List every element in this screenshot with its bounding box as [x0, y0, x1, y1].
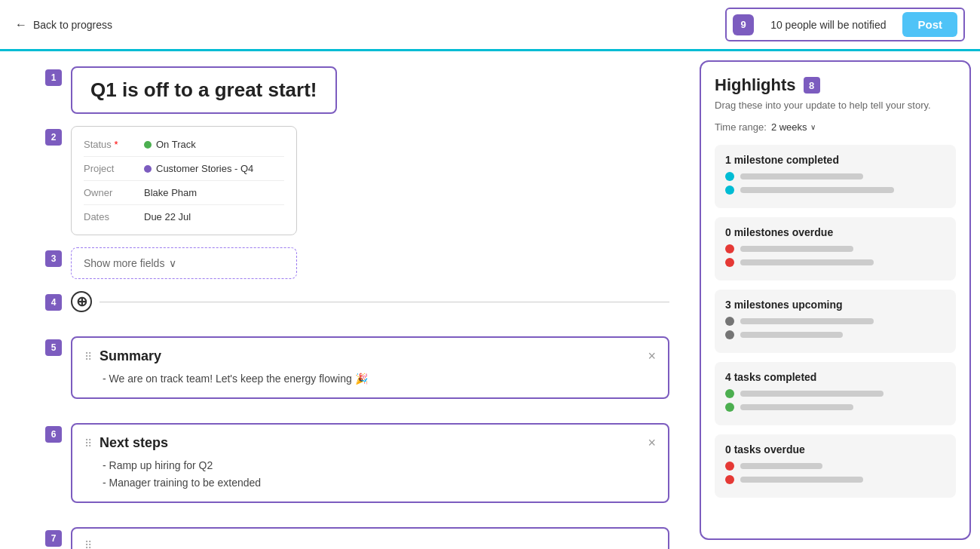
highlight-card-1[interactable]: 0 milestones overdue: [715, 217, 956, 281]
highlight-line-1-1: [725, 244, 945, 253]
highlights-header: Highlights 8: [715, 75, 956, 95]
main-layout: 1 Q1 is off to a great start! 2 Status O…: [0, 51, 980, 549]
dates-label: Dates: [84, 211, 144, 222]
highlight-card-4[interactable]: 0 tasks overdue: [715, 434, 956, 498]
accomplished-drag-handle[interactable]: ⠿: [84, 539, 92, 549]
next-steps-header: ⠿ Next steps ×: [84, 435, 656, 451]
step-5-row: 5 ⠿ Summary × - We are on track team! Le…: [45, 336, 669, 411]
back-arrow-icon: ←: [15, 18, 27, 32]
time-range-value-text: 2 weeks: [771, 121, 807, 133]
highlight-bar-2-4: [740, 477, 863, 483]
step-7-row: 7 ⠿ What we've accomplished - Content go…: [45, 527, 669, 549]
next-steps-block: ⠿ Next steps × - Ramp up hiring for Q2 -…: [71, 423, 669, 503]
add-block-row: ⊕: [71, 291, 669, 312]
step-1-badge: 1: [45, 69, 62, 86]
highlight-line-2-2: [725, 330, 945, 339]
highlight-card-2[interactable]: 3 milestones upcoming: [715, 290, 956, 353]
highlight-dot-1-3: [725, 389, 734, 398]
left-panel: 1 Q1 is off to a great start! 2 Status O…: [0, 51, 700, 549]
step-2-badge: 2: [45, 129, 62, 146]
highlight-bar-container-2-2: [740, 332, 945, 338]
step-2-row: 2 Status On Track Project Customer Stori…: [45, 126, 669, 235]
next-steps-close-button[interactable]: ×: [648, 435, 656, 451]
highlight-bar-container-1-1: [740, 246, 945, 252]
highlight-line-2-4: [725, 475, 945, 484]
highlights-title: Highlights: [715, 75, 796, 95]
highlight-bar-1-1: [740, 246, 853, 252]
highlight-bar-1-4: [740, 463, 822, 469]
owner-value: Blake Pham: [144, 187, 197, 198]
highlight-bar-container-2-3: [740, 404, 945, 410]
next-steps-content: - Ramp up hiring for Q2 - Manager traini…: [84, 457, 656, 491]
highlight-dot-2-3: [725, 403, 734, 412]
status-value: On Track: [144, 139, 196, 150]
update-title: Q1 is off to a great start!: [90, 78, 317, 101]
highlight-card-3[interactable]: 4 tasks completed: [715, 362, 956, 425]
highlights-subtitle: Drag these into your update to help tell…: [715, 100, 956, 111]
notification-box: 9 10 people will be notified Post: [725, 8, 965, 41]
summary-content: - We are on track team! Let's keep the e…: [84, 370, 656, 387]
highlight-bar-2-2: [740, 332, 843, 338]
plus-icon: ⊕: [76, 293, 87, 310]
highlight-dot-1-1: [725, 244, 734, 253]
highlights-panel: Highlights 8 Drag these into your update…: [700, 60, 971, 540]
highlight-card-title-2: 3 milestones upcoming: [725, 299, 945, 311]
highlight-dot-1-2: [725, 317, 734, 326]
back-label: Back to progress: [33, 19, 112, 31]
step-7-badge: 7: [45, 530, 62, 547]
highlight-bar-container-1-0: [740, 173, 945, 179]
time-range-selector[interactable]: 2 weeks ∨: [771, 121, 816, 133]
highlight-bar-1-3: [740, 391, 884, 397]
show-more-fields-button[interactable]: Show more fields ∨: [71, 247, 297, 279]
summary-title: Summary: [100, 348, 161, 364]
highlight-dot-1-4: [725, 462, 734, 471]
highlight-cards-container: 1 milestone completed 0 milestones overd…: [715, 145, 956, 498]
highlight-dot-2-4: [725, 475, 734, 484]
time-range-chevron-icon: ∨: [810, 123, 816, 131]
post-button[interactable]: Post: [902, 12, 957, 37]
highlight-card-0[interactable]: 1 milestone completed: [715, 145, 956, 208]
highlight-line-1-2: [725, 317, 945, 326]
highlight-card-title-3: 4 tasks completed: [725, 371, 945, 383]
project-dot: [144, 165, 152, 173]
highlight-bar-1-0: [740, 173, 863, 179]
summary-close-button[interactable]: ×: [648, 348, 656, 364]
highlight-bar-2-1: [740, 259, 874, 265]
highlight-bar-container-2-4: [740, 477, 945, 483]
highlight-dot-1-0: [725, 172, 734, 181]
highlight-line-1-3: [725, 389, 945, 398]
highlight-bar-container-1-2: [740, 318, 945, 324]
step-6-badge: 6: [45, 426, 62, 443]
title-block[interactable]: Q1 is off to a great start!: [71, 66, 337, 114]
add-divider: [100, 302, 669, 302]
highlight-bar-container-2-0: [740, 187, 945, 193]
notification-badge: 9: [733, 14, 754, 35]
project-field: Project Customer Stories - Q4: [84, 158, 284, 179]
status-dot: [144, 141, 152, 149]
highlight-bar-container-1-3: [740, 391, 945, 397]
highlight-line-2-3: [725, 403, 945, 412]
highlight-bar-1-2: [740, 318, 874, 324]
summary-drag-handle[interactable]: ⠿: [84, 351, 92, 363]
highlights-badge: 8: [804, 77, 820, 94]
summary-block: ⠿ Summary × - We are on track team! Let'…: [71, 336, 669, 399]
time-range-label: Time range:: [715, 121, 767, 133]
next-steps-title-row: ⠿ Next steps: [84, 435, 168, 451]
highlight-dot-2-1: [725, 258, 734, 267]
highlight-bar-container-1-4: [740, 463, 945, 469]
status-label: Status: [84, 139, 144, 150]
highlight-dot-2-2: [725, 330, 734, 339]
highlight-dot-2-0: [725, 186, 734, 195]
highlight-line-1-4: [725, 462, 945, 471]
next-steps-drag-handle[interactable]: ⠿: [84, 437, 92, 449]
add-block-button[interactable]: ⊕: [71, 291, 92, 312]
dates-field: Dates Due 22 Jul: [84, 207, 284, 227]
summary-title-row: ⠿ Summary: [84, 348, 161, 364]
highlight-bar-2-0: [740, 187, 894, 193]
step-3-badge: 3: [45, 250, 62, 267]
project-value: Customer Stories - Q4: [144, 163, 253, 174]
highlight-line-2-0: [725, 186, 945, 195]
back-to-progress-link[interactable]: ← Back to progress: [15, 18, 112, 32]
dates-value: Due 22 Jul: [144, 211, 191, 222]
highlight-line-1-0: [725, 172, 945, 181]
